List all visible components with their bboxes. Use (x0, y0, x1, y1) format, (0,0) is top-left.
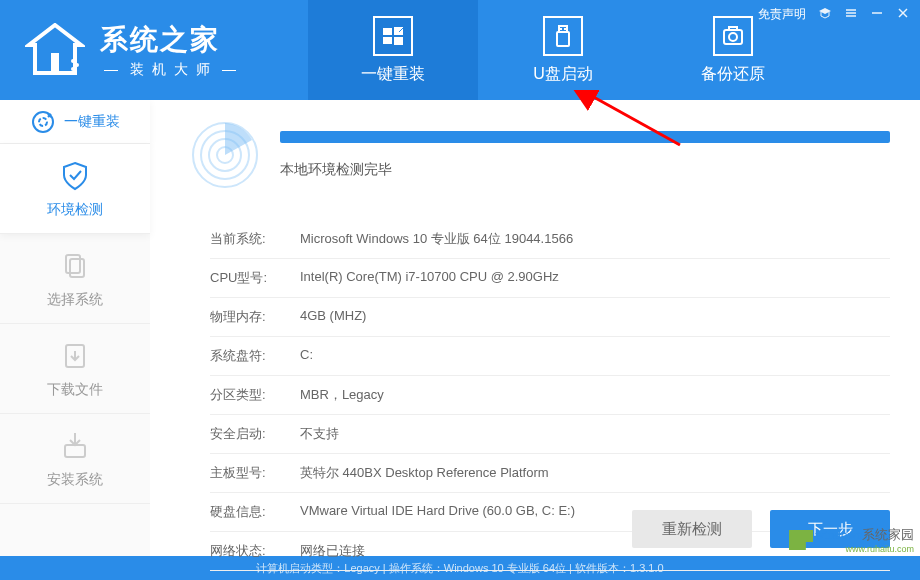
nav-tab-usb[interactable]: U盘启动 (478, 0, 648, 100)
svg-rect-6 (383, 37, 392, 44)
svg-rect-23 (66, 255, 80, 273)
logo-area: 系统之家 装机大师 (20, 20, 248, 80)
recheck-button[interactable]: 重新检测 (632, 510, 752, 548)
info-row-drive: 系统盘符:C: (210, 337, 890, 376)
svg-rect-0 (51, 53, 59, 73)
footer-buttons: 重新检测 下一步 (632, 510, 890, 548)
nav-tabs: 一键重装 U盘启动 备份还原 (308, 0, 818, 100)
titlebar-controls: 免责声明 (758, 6, 910, 23)
sidebar-item-select[interactable]: 选择系统 (0, 234, 150, 324)
info-row-cpu: CPU型号:Intel(R) Core(TM) i7-10700 CPU @ 2… (210, 259, 890, 298)
svg-point-1 (71, 59, 75, 63)
download-icon (58, 339, 92, 373)
menu-icon[interactable] (844, 6, 858, 23)
info-row-secureboot: 安全启动:不支持 (210, 415, 890, 454)
sidebar: 一键重装 环境检测 选择系统 下载文件 安装系统 (0, 100, 150, 556)
svg-point-13 (729, 33, 737, 41)
svg-rect-9 (557, 32, 569, 46)
svg-rect-24 (70, 259, 84, 277)
svg-rect-5 (394, 27, 403, 35)
usb-icon (543, 16, 583, 56)
academic-icon[interactable] (818, 6, 832, 23)
disclaimer-link[interactable]: 免责声明 (758, 6, 806, 23)
sidebar-item-label: 安装系统 (47, 471, 103, 489)
nav-tab-label: U盘启动 (533, 64, 593, 85)
install-icon (58, 429, 92, 463)
copy-icon (58, 249, 92, 283)
sidebar-item-install[interactable]: 安装系统 (0, 414, 150, 504)
nav-tab-label: 一键重装 (361, 64, 425, 85)
main-panel: 本地环境检测完毕 当前系统:Microsoft Windows 10 专业版 6… (150, 100, 920, 556)
camera-icon (713, 16, 753, 56)
scan-status-label: 本地环境检测完毕 (280, 161, 890, 179)
svg-point-2 (75, 63, 79, 67)
info-row-partition: 分区类型:MBR，Legacy (210, 376, 890, 415)
brand-name: 系统之家 (100, 21, 248, 59)
svg-point-22 (39, 118, 47, 126)
svg-rect-14 (729, 27, 737, 30)
info-row-os: 当前系统:Microsoft Windows 10 专业版 64位 19044.… (210, 220, 890, 259)
nav-tab-reinstall[interactable]: 一键重装 (308, 0, 478, 100)
logo-icon (20, 20, 90, 80)
sidebar-item-download[interactable]: 下载文件 (0, 324, 150, 414)
svg-rect-26 (65, 445, 85, 457)
shield-icon (58, 159, 92, 193)
info-row-motherboard: 主板型号:英特尔 440BX Desktop Reference Platfor… (210, 454, 890, 493)
sidebar-item-label: 一键重装 (64, 113, 120, 131)
progress-area: 本地环境检测完毕 (280, 131, 890, 179)
sidebar-item-label: 环境检测 (47, 201, 103, 219)
body-area: 一键重装 环境检测 选择系统 下载文件 安装系统 (0, 100, 920, 556)
scan-row: 本地环境检测完毕 (190, 120, 890, 190)
svg-rect-4 (383, 28, 392, 35)
sidebar-item-reinstall[interactable]: 一键重装 (0, 100, 150, 144)
minimize-icon[interactable] (870, 6, 884, 23)
app-header: 系统之家 装机大师 一键重装 U盘启动 备份还原 免责声明 (0, 0, 920, 100)
window-icon (373, 16, 413, 56)
brand-subtitle: 装机大师 (100, 61, 248, 79)
svg-point-3 (71, 67, 75, 71)
sidebar-item-label: 选择系统 (47, 291, 103, 309)
info-row-memory: 物理内存:4GB (MHZ) (210, 298, 890, 337)
target-icon (30, 109, 56, 135)
sidebar-item-envcheck[interactable]: 环境检测 (0, 144, 150, 234)
close-icon[interactable] (896, 6, 910, 23)
nav-tab-label: 备份还原 (701, 64, 765, 85)
sidebar-item-label: 下载文件 (47, 381, 103, 399)
progress-bar (280, 131, 890, 143)
radar-icon (190, 120, 260, 190)
svg-rect-7 (394, 37, 403, 45)
next-button[interactable]: 下一步 (770, 510, 890, 548)
